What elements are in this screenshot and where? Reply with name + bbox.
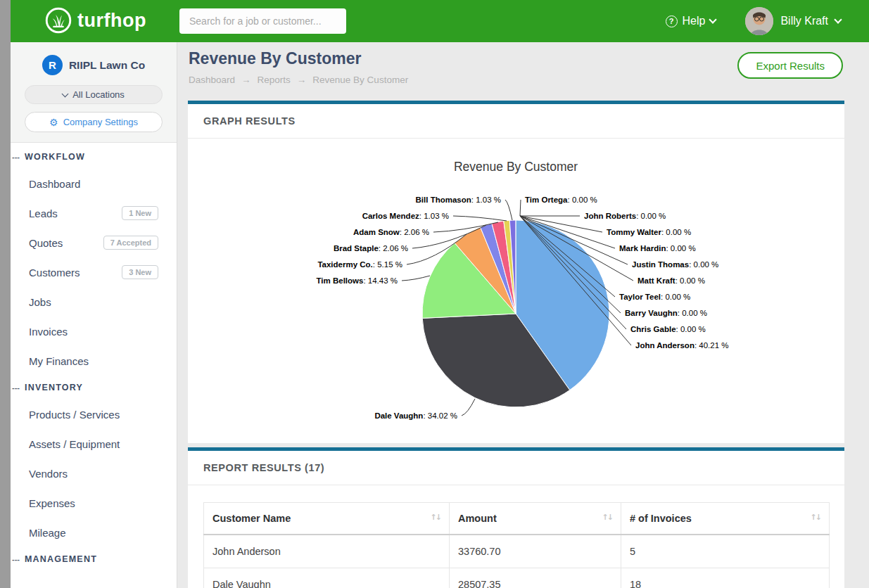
gear-icon: ⚙: [49, 117, 58, 128]
pie-label-adam-snow: Adam Snow: 2.06 %: [353, 228, 429, 236]
pie-label-barry-vaughn: Barry Vaughn: 0.00 %: [625, 309, 707, 317]
help-label: Help: [683, 15, 706, 27]
export-results-button[interactable]: Export Results: [737, 52, 843, 79]
user-name: Billy Kraft: [780, 15, 828, 27]
avatar: [745, 7, 773, 35]
company-settings-button[interactable]: ⚙ Company Settings: [25, 112, 163, 132]
pie-label-taylor-teel: Taylor Teel: 0.00 %: [619, 293, 690, 301]
nav-section-management: MANAGEMENT: [11, 547, 177, 571]
label-connector: [505, 200, 512, 220]
column-header-customer-name[interactable]: Customer Name↑↓: [204, 503, 450, 535]
pie-label-john-anderson: John Anderson: 40.21 %: [635, 341, 729, 350]
breadcrumb-item: Revenue By Customer: [312, 75, 408, 85]
sidebar-item-jobs[interactable]: Jobs: [11, 287, 177, 317]
sidebar-item-dashboard[interactable]: Dashboard: [11, 169, 177, 198]
pie-label-carlos-mendez: Carlos Mendez: 1.03 %: [362, 212, 449, 220]
nav-section-header: INVENTORY: [11, 376, 177, 400]
global-search-input[interactable]: [179, 8, 346, 34]
column-header-label: Customer Name: [213, 513, 291, 524]
pie-chart: Revenue By CustomerJohn Anderson: 40.21 …: [188, 139, 844, 442]
help-menu[interactable]: ? Help: [666, 15, 716, 27]
sidebar-item-label: Leads: [29, 207, 58, 219]
app-logo[interactable]: turfhop: [45, 7, 146, 34]
report-results-card: REPORT RESULTS (17) Customer Name↑↓Amoun…: [188, 447, 844, 588]
company-block: R RIIPL Lawn Co All Locations ⚙ Company …: [11, 42, 177, 143]
sidebar-nav: WORKFLOWDashboardLeads1 NewQuotes7 Accep…: [11, 143, 177, 571]
table-cell: 28507.35: [450, 568, 621, 588]
sidebar-item-vendors[interactable]: Vendors: [11, 459, 177, 488]
left-edge-strip: [0, 0, 11, 588]
sort-icon[interactable]: ↑↓: [431, 513, 440, 522]
pie-label-bill-thomason: Bill Thomason: 1.03 %: [416, 196, 501, 204]
sidebar-item-label: Products / Services: [29, 409, 120, 421]
nav-section-inventory: INVENTORYProducts / ServicesAssets / Equ…: [11, 376, 177, 547]
label-connector: [462, 399, 475, 416]
sidebar-item-badge: 1 New: [122, 206, 158, 220]
table-cell: 33760.70: [450, 535, 621, 568]
label-connector: [453, 216, 507, 221]
sidebar-item-customers[interactable]: Customers3 New: [11, 257, 177, 287]
table-header-row: Customer Name↑↓Amount↑↓# of Invoices↑↓: [204, 503, 830, 535]
sidebar-item-invoices[interactable]: Invoices: [11, 317, 177, 346]
location-selector-label: All Locations: [72, 89, 125, 100]
grass-logo-icon: [45, 7, 72, 34]
company-logo: R: [42, 55, 63, 75]
svg-text:Revenue By Customer: Revenue By Customer: [454, 160, 578, 174]
company-settings-label: Company Settings: [63, 117, 138, 127]
column-header-label: # of Invoices: [630, 513, 692, 524]
report-results-header: REPORT RESULTS (17): [188, 451, 844, 485]
nav-section-header: WORKFLOW: [11, 145, 177, 169]
chevron-down-icon: [709, 15, 717, 23]
breadcrumb-arrow-icon: →: [241, 75, 251, 85]
sidebar-item-products-services[interactable]: Products / Services: [11, 400, 177, 429]
sidebar-item-badge: 7 Accepted: [103, 236, 158, 250]
sidebar-item-label: Expenses: [29, 497, 75, 509]
company-name: RIIPL Lawn Co: [69, 59, 145, 72]
sidebar-item-label: Invoices: [29, 326, 68, 338]
sidebar-item-label: Customers: [29, 267, 80, 279]
brand-wordmark: turfhop: [77, 10, 146, 32]
sort-icon[interactable]: ↑↓: [602, 513, 612, 522]
breadcrumb-arrow-icon: →: [297, 75, 307, 85]
table-cell: Dale Vaughn: [204, 568, 450, 588]
graph-results-card: GRAPH RESULTS Revenue By CustomerJohn An…: [188, 101, 844, 443]
sidebar-item-expenses[interactable]: Expenses: [11, 488, 177, 518]
column-header-amount[interactable]: Amount↑↓: [450, 503, 621, 535]
pie-label-tim-bellows: Tim Bellows: 14.43 %: [317, 276, 398, 285]
pie-label-mark-hardin: Mark Hardin: 0.00 %: [619, 244, 696, 253]
breadcrumb-item[interactable]: Dashboard: [189, 75, 235, 85]
sidebar-item-quotes[interactable]: Quotes7 Accepted: [11, 228, 177, 257]
top-header-bar: turfhop ? Help Billy Kraft: [11, 0, 869, 42]
sidebar-item-assets-equipment[interactable]: Assets / Equipment: [11, 429, 177, 459]
sidebar: R RIIPL Lawn Co All Locations ⚙ Company …: [11, 42, 177, 588]
breadcrumb-item[interactable]: Reports: [258, 75, 291, 85]
column-header-label: Amount: [458, 513, 497, 524]
table-row[interactable]: John Anderson33760.705: [204, 535, 830, 568]
sidebar-item-leads[interactable]: Leads1 New: [11, 198, 177, 228]
sidebar-item-label: Quotes: [29, 237, 63, 249]
pie-label-dale-vaughn: Dale Vaughn: 34.02 %: [374, 411, 457, 420]
nav-section-workflow: WORKFLOWDashboardLeads1 NewQuotes7 Accep…: [11, 145, 177, 376]
sidebar-item-my-finances[interactable]: My Finances: [11, 346, 177, 376]
pie-label-john-roberts: John Roberts: 0.00 %: [584, 212, 666, 220]
column-header-of-invoices[interactable]: # of Invoices↑↓: [621, 503, 830, 535]
pie-label-chris-gable: Chris Gable: 0.00 %: [630, 325, 706, 333]
table-row[interactable]: Dale Vaughn28507.3518: [204, 568, 830, 588]
pie-label-taxidermy-co: Taxidermy Co.: 5.15 %: [317, 260, 402, 269]
chevron-down-icon: [834, 15, 842, 23]
sidebar-item-mileage[interactable]: Mileage: [11, 518, 177, 547]
breadcrumb: Dashboard→Reports→Revenue By Customer: [189, 75, 408, 85]
table-cell: 5: [621, 535, 830, 568]
pie-label-matt-kraft: Matt Kraft: 0.00 %: [638, 276, 705, 285]
table-cell: 18: [621, 568, 830, 588]
sidebar-item-badge: 3 New: [122, 265, 158, 279]
nav-section-header: MANAGEMENT: [11, 547, 177, 571]
pie-label-justin-thomas: Justin Thomas: 0.00 %: [632, 260, 718, 269]
user-menu[interactable]: Billy Kraft: [745, 7, 841, 35]
pie-label-tim-ortega: Tim Ortega: 0.00 %: [525, 196, 597, 204]
sidebar-item-label: Vendors: [29, 468, 68, 480]
sort-icon[interactable]: ↑↓: [811, 513, 820, 522]
sidebar-item-label: Jobs: [29, 296, 51, 308]
location-selector[interactable]: All Locations: [25, 85, 163, 104]
help-icon: ?: [666, 15, 678, 27]
